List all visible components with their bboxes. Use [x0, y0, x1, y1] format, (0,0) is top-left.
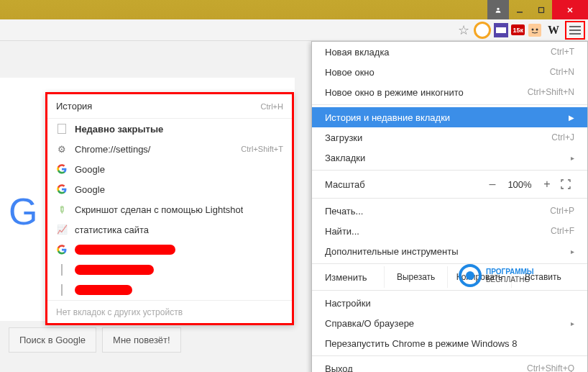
- history-item[interactable]: [47, 280, 292, 300]
- menu-separator: [312, 170, 587, 171]
- chevron-right-icon: ▸: [571, 248, 574, 255]
- menu-item[interactable]: Новое окноCtrl+N: [312, 62, 587, 82]
- menu-separator: [312, 263, 587, 264]
- redacted-text: [75, 285, 132, 295]
- shortcut-text: Ctrl+Shift+T: [241, 145, 283, 153]
- menu-zoom-row: Масштаб – 100% +: [312, 173, 587, 196]
- bookmark-star-icon[interactable]: ☆: [455, 22, 472, 39]
- doc-icon: [61, 265, 63, 275]
- shortcut-text: Ctrl+Shift+Q: [527, 363, 574, 372]
- redacted-text: [75, 245, 175, 255]
- zoom-in-button[interactable]: +: [537, 178, 557, 191]
- chevron-right-icon: ▸: [571, 319, 574, 327]
- maximize-button[interactable]: [530, 0, 552, 19]
- menu-separator: [312, 355, 587, 356]
- submenu-history-label: История: [56, 101, 92, 112]
- history-item-label: Google: [75, 164, 105, 175]
- svg-point-0: [497, 7, 499, 9]
- google-logo: G: [9, 190, 36, 233]
- menu-item[interactable]: ВыходCtrl+Shift+Q: [312, 358, 587, 372]
- gear-icon: ⚙: [58, 144, 66, 155]
- history-item[interactable]: ⚙Chrome://settings/Ctrl+Shift+T: [47, 139, 292, 159]
- google-favicon-icon: [57, 164, 67, 174]
- chrome-main-menu: Новая вкладкаCtrl+TНовое окноCtrl+NНовое…: [311, 41, 588, 372]
- svg-point-8: [532, 28, 534, 30]
- menu-item[interactable]: Закладки▸: [312, 148, 587, 168]
- zoom-value: 100%: [502, 179, 537, 190]
- zoom-label: Масштаб: [325, 179, 482, 190]
- chevron-right-icon: ▶: [569, 114, 574, 122]
- menu-item-label: Перезапустить Chrome в режиме Windows 8: [325, 338, 517, 349]
- menu-item-label: Выход: [325, 363, 353, 373]
- menu-item[interactable]: Новая вкладкаCtrl+T: [312, 42, 587, 62]
- svg-point-9: [536, 28, 538, 30]
- menu-item[interactable]: ЗагрузкиCtrl+J: [312, 127, 587, 148]
- submenu-history-shortcut: Ctrl+H: [261, 102, 283, 111]
- fullscreen-button[interactable]: [557, 179, 574, 189]
- shortcut-text: Ctrl+T: [551, 47, 574, 57]
- watermark-icon: [459, 264, 482, 287]
- extension-icon-2[interactable]: [492, 22, 510, 39]
- pencil-icon: ✎: [55, 203, 68, 216]
- extension-icon-1[interactable]: [474, 22, 491, 39]
- zoom-out-button[interactable]: –: [482, 178, 502, 191]
- doc-icon: [56, 123, 68, 135]
- history-item[interactable]: ✎Скриншот сделан с помощью Lightshot: [47, 199, 292, 219]
- main-menu-button[interactable]: [565, 21, 585, 40]
- menu-item-label: Закладки: [325, 153, 365, 163]
- doc-icon: [61, 285, 63, 295]
- menu-separator: [312, 104, 587, 105]
- redacted-text: [75, 265, 154, 275]
- shortcut-text: Ctrl+P: [550, 206, 574, 216]
- extension-badge[interactable]: 15к: [511, 24, 525, 35]
- svg-rect-6: [496, 27, 506, 33]
- menu-item[interactable]: Новое окно в режиме инкогнитоCtrl+Shift+…: [312, 82, 587, 102]
- feeling-lucky-button[interactable]: Мне повезёт!: [102, 327, 181, 353]
- google-favicon-icon: [57, 184, 67, 194]
- shortcut-text: Ctrl+J: [551, 132, 574, 142]
- history-item-label: Google: [75, 184, 105, 195]
- menu-item[interactable]: Дополнительные инструменты▸: [312, 241, 587, 261]
- close-button[interactable]: [552, 0, 588, 19]
- submenu-footer: Нет вкладок с других устройств: [47, 300, 292, 323]
- browser-toolbar: ☆ 15к W: [0, 19, 588, 41]
- menu-item-label: Настройки: [325, 298, 371, 309]
- account-button[interactable]: [487, 0, 509, 19]
- menu-item[interactable]: Настройки: [312, 293, 587, 313]
- shortcut-text: Ctrl+F: [551, 226, 574, 236]
- menu-item-label: Справка/О браузере: [325, 318, 414, 329]
- menu-item-label: Новая вкладка: [325, 47, 390, 58]
- cut-button[interactable]: Вырезать: [384, 266, 447, 288]
- svg-rect-7: [528, 24, 541, 37]
- menu-history-recent-tabs[interactable]: История и недавние вкладки ▶: [312, 107, 587, 127]
- extension-icon-3[interactable]: [526, 22, 543, 39]
- extension-icon-w[interactable]: W: [545, 22, 562, 39]
- menu-item[interactable]: Печать...Ctrl+P: [312, 201, 587, 221]
- shortcut-text: Ctrl+Shift+N: [528, 87, 574, 97]
- history-submenu: История Ctrl+H Недавно закрытые ⚙Chrome:…: [45, 92, 294, 325]
- history-item[interactable]: [47, 260, 292, 280]
- menu-separator: [312, 290, 587, 291]
- google-search-button[interactable]: Поиск в Google: [9, 327, 96, 353]
- search-buttons-row: Поиск в Google Мне повезёт!: [9, 327, 181, 353]
- history-item[interactable]: Google: [47, 179, 292, 199]
- history-item-label: Скриншот сделан с помощью Lightshot: [75, 204, 243, 215]
- menu-item[interactable]: Перезапустить Chrome в режиме Windows 8: [312, 333, 587, 353]
- svg-rect-2: [539, 7, 544, 12]
- history-item[interactable]: [47, 240, 292, 260]
- history-item[interactable]: Google: [47, 159, 292, 179]
- menu-item-label: Загрузки: [325, 132, 362, 143]
- submenu-recent-closed[interactable]: Недавно закрытые: [47, 119, 292, 139]
- google-favicon-icon: [57, 245, 67, 255]
- submenu-recent-label: Недавно закрытые: [75, 124, 163, 135]
- minimize-button[interactable]: [509, 0, 530, 19]
- chart-icon: 📈: [57, 224, 68, 235]
- menu-item[interactable]: Найти...Ctrl+F: [312, 221, 587, 241]
- menu-item[interactable]: Справка/О браузере▸: [312, 313, 587, 333]
- menu-item-label: Дополнительные инструменты: [325, 246, 459, 257]
- window-title-bar: [0, 0, 588, 19]
- history-item-label: Chrome://settings/: [75, 144, 151, 155]
- submenu-history-header[interactable]: История Ctrl+H: [47, 94, 292, 119]
- menu-edit-row: Изменить Вырезать Копировать Вставить: [312, 266, 587, 288]
- history-item[interactable]: 📈статистика сайта: [47, 219, 292, 240]
